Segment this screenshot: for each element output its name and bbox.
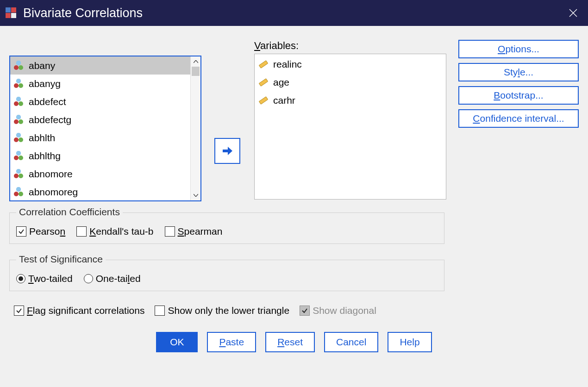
correlation-coefficients-group: Correlation Coefficients PearsonKendall'… bbox=[9, 212, 444, 244]
list-item[interactable]: abhlth bbox=[10, 129, 190, 147]
radio-label: Two-tailed bbox=[28, 273, 73, 284]
group-label: Test of Significance bbox=[16, 254, 106, 265]
svg-point-16 bbox=[14, 101, 19, 106]
variable-name: abdefectg bbox=[29, 114, 71, 125]
svg-point-28 bbox=[14, 156, 19, 160]
svg-rect-2 bbox=[6, 13, 11, 18]
scroll-up-button[interactable] bbox=[191, 56, 200, 67]
variable-name: abnomoreg bbox=[29, 187, 78, 198]
nominal-icon bbox=[13, 78, 24, 89]
group-label: Correlation Coefficients bbox=[16, 206, 123, 218]
svg-point-33 bbox=[19, 174, 23, 178]
nominal-icon bbox=[13, 96, 24, 107]
side-button-bootstrap[interactable]: Bootstrap... bbox=[458, 86, 579, 105]
source-variable-list[interactable]: abanyabanygabdefectabdefectgabhlthabhlth… bbox=[9, 56, 201, 201]
svg-point-32 bbox=[14, 174, 19, 178]
list-item[interactable]: carhr bbox=[255, 91, 446, 109]
svg-point-21 bbox=[19, 119, 23, 124]
chevron-down-icon bbox=[194, 194, 198, 197]
paste-button[interactable]: Paste bbox=[207, 332, 256, 352]
svg-point-19 bbox=[16, 115, 21, 119]
checkbox-box bbox=[155, 306, 165, 316]
scale-icon bbox=[258, 77, 269, 87]
svg-point-31 bbox=[16, 169, 21, 174]
variable-name: realinc bbox=[273, 59, 302, 70]
list-item[interactable]: abany bbox=[10, 56, 190, 75]
variable-name: carhr bbox=[273, 95, 295, 106]
checkbox-pearson[interactable]: Pearson bbox=[16, 226, 65, 237]
checkbox-label: Spearman bbox=[178, 226, 223, 237]
nominal-icon bbox=[13, 60, 24, 71]
move-right-button[interactable] bbox=[214, 138, 240, 164]
scale-icon bbox=[258, 95, 269, 106]
radio-two-tailed[interactable]: Two-tailed bbox=[16, 273, 73, 284]
scroll-thumb[interactable] bbox=[192, 67, 200, 76]
list-item[interactable]: age bbox=[255, 73, 446, 91]
reset-button[interactable]: Reset bbox=[265, 332, 315, 352]
checkbox-label: Show only the lower triangle bbox=[168, 305, 289, 316]
variable-name: abhlth bbox=[29, 132, 55, 144]
checkbox-label: Kendall's tau-b bbox=[89, 226, 153, 237]
side-button-panel: Options...Style...Bootstrap...Confidence… bbox=[458, 40, 579, 128]
radio-circle bbox=[16, 274, 25, 283]
dialog-content: Options...Style...Bootstrap...Confidence… bbox=[0, 26, 588, 387]
variable-name: age bbox=[273, 77, 289, 88]
checkbox-flag-significant-correlations[interactable]: Flag significant correlations bbox=[14, 305, 144, 316]
checkbox-show-only-the-lower-triangle[interactable]: Show only the lower triangle bbox=[155, 305, 289, 316]
svg-point-24 bbox=[14, 137, 19, 142]
scroll-track[interactable] bbox=[191, 67, 200, 190]
variable-name: abdefect bbox=[29, 96, 66, 107]
nominal-icon bbox=[13, 114, 24, 125]
side-button-options[interactable]: Options... bbox=[458, 40, 579, 58]
checkbox-spearman[interactable]: Spearman bbox=[165, 226, 223, 237]
svg-point-37 bbox=[19, 192, 23, 196]
radio-one-tailed[interactable]: One-tailed bbox=[84, 273, 141, 284]
close-button[interactable] bbox=[564, 4, 582, 22]
help-button[interactable]: Help bbox=[388, 332, 432, 352]
selected-variable-list[interactable]: realincagecarhr bbox=[254, 54, 446, 200]
svg-point-9 bbox=[19, 65, 23, 70]
checkbox-label: Pearson bbox=[29, 226, 65, 237]
ok-button[interactable]: OK bbox=[156, 332, 198, 352]
list-item[interactable]: abanyg bbox=[10, 75, 190, 93]
nominal-icon bbox=[13, 150, 24, 162]
scale-icon bbox=[258, 59, 269, 69]
svg-point-7 bbox=[16, 61, 21, 65]
dialog-button-row: OK Paste Reset Cancel Help bbox=[9, 332, 579, 352]
checkbox-box bbox=[165, 226, 175, 237]
variables-label: Variables: bbox=[254, 40, 446, 52]
close-icon bbox=[569, 9, 577, 17]
svg-rect-38 bbox=[259, 60, 268, 68]
cancel-button[interactable]: Cancel bbox=[324, 332, 378, 352]
nominal-icon bbox=[13, 187, 24, 198]
nominal-icon bbox=[13, 169, 24, 180]
checkbox-kendall-s-tau-b[interactable]: Kendall's tau-b bbox=[76, 226, 153, 237]
checkbox-box bbox=[76, 226, 87, 237]
variable-name: abhlthg bbox=[29, 150, 61, 162]
list-item[interactable]: abnomoreg bbox=[10, 183, 190, 200]
variable-name: abanyg bbox=[29, 78, 61, 89]
side-button-style[interactable]: Style... bbox=[458, 63, 579, 81]
arrow-right-icon bbox=[221, 144, 234, 157]
svg-point-25 bbox=[19, 137, 23, 142]
svg-point-11 bbox=[16, 79, 21, 83]
svg-rect-1 bbox=[11, 7, 16, 12]
list-item[interactable]: abdefectg bbox=[10, 111, 190, 129]
window-title: Bivariate Correlations bbox=[23, 6, 564, 20]
list-item[interactable]: abhlthg bbox=[10, 147, 190, 165]
svg-rect-0 bbox=[6, 7, 11, 12]
scrollbar[interactable] bbox=[190, 56, 200, 200]
svg-point-23 bbox=[16, 133, 21, 137]
list-item[interactable]: abdefect bbox=[10, 93, 190, 111]
radio-circle bbox=[84, 274, 93, 283]
svg-point-17 bbox=[19, 101, 23, 106]
titlebar: Bivariate Correlations bbox=[0, 0, 588, 26]
test-of-significance-group: Test of Significance Two-tailedOne-taile… bbox=[9, 260, 444, 291]
side-button-confidence-interval[interactable]: Confidence interval... bbox=[458, 109, 579, 128]
variable-name: abnomore bbox=[29, 169, 73, 180]
list-item[interactable]: realinc bbox=[255, 55, 446, 73]
list-item[interactable]: abnomore bbox=[10, 165, 190, 183]
scroll-down-button[interactable] bbox=[191, 190, 200, 200]
svg-point-36 bbox=[14, 192, 19, 196]
checkbox-box bbox=[300, 306, 310, 316]
